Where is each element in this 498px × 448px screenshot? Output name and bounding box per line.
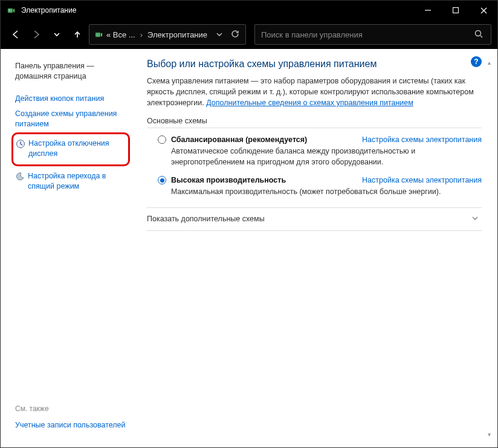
refresh-button[interactable] (228, 30, 242, 40)
sidebar-item-label: Настройка отключения дисплея (28, 138, 124, 159)
search-box[interactable] (254, 24, 491, 45)
moon-icon (15, 172, 25, 181)
power-options-icon (93, 29, 104, 40)
sidebar: Панель управления — домашняя страница Де… (15, 57, 130, 439)
history-dropdown[interactable] (48, 25, 66, 44)
svg-point-7 (476, 30, 481, 36)
sidebar-link-sleep[interactable]: Настройка перехода в спящий режим (15, 169, 130, 194)
toggle-label: Показать дополнительные схемы (147, 215, 265, 223)
svg-rect-6 (95, 33, 100, 37)
power-options-icon (5, 5, 16, 16)
scroll-up-icon[interactable]: ▴ (484, 57, 494, 67)
plan-description: Максимальная производительность (может п… (171, 187, 482, 198)
address-bar[interactable]: « Все ... › Электропитание (89, 24, 246, 45)
back-button[interactable] (7, 25, 25, 44)
radio-balanced[interactable] (158, 135, 166, 144)
plan-description: Автоматическое соблюдение баланса между … (171, 146, 482, 167)
main-panel: Выбор или настройка схемы управления пит… (130, 57, 484, 439)
up-button[interactable] (68, 25, 86, 44)
svg-point-1 (9, 10, 10, 11)
plan-settings-link[interactable]: Настройка схемы электропитания (362, 135, 482, 144)
plan-name[interactable]: Высокая производительность (171, 176, 286, 184)
sidebar-home-link[interactable]: Панель управления — домашняя страница (15, 59, 130, 84)
power-plan-high-performance: Высокая производительность Настройка схе… (147, 175, 482, 205)
plan-settings-link[interactable]: Настройка схемы электропитания (362, 176, 482, 184)
sidebar-link-user-accounts[interactable]: Учетные записи пользователей (15, 418, 130, 433)
svg-rect-3 (453, 8, 459, 13)
plan-name[interactable]: Сбалансированная (рекомендуется) (171, 135, 307, 144)
svg-line-8 (480, 36, 482, 37)
close-button[interactable] (470, 1, 497, 20)
sidebar-link-display-off[interactable]: Настройка отключения дисплея (16, 136, 124, 161)
highlighted-callout: Настройка отключения дисплея (11, 132, 130, 166)
titlebar: Электропитание (1, 1, 497, 20)
radio-high-performance[interactable] (158, 176, 166, 184)
breadcrumb-segment-all[interactable]: « Все ... (106, 30, 135, 39)
page-description: Схема управления питанием — это набор па… (147, 76, 482, 108)
minimize-button[interactable] (414, 1, 442, 20)
clock-icon (16, 139, 25, 149)
page-title: Выбор или настройка схемы управления пит… (147, 59, 482, 70)
search-input[interactable] (261, 30, 473, 39)
sidebar-item-label: Настройка перехода в спящий режим (28, 171, 130, 192)
maximize-button[interactable] (442, 1, 470, 20)
scroll-down-icon[interactable]: ▾ (484, 429, 494, 439)
vertical-scrollbar[interactable]: ▴ ▾ (484, 57, 494, 439)
see-also-label: См. также (15, 404, 130, 413)
show-additional-plans[interactable]: Показать дополнительные схемы (147, 207, 482, 231)
forward-button[interactable] (27, 25, 45, 44)
sidebar-link-power-buttons[interactable]: Действия кнопок питания (15, 91, 130, 106)
power-plan-balanced: Сбалансированная (рекомендуется) Настрой… (147, 134, 482, 175)
sidebar-link-create-plan[interactable]: Создание схемы управления питанием (15, 106, 130, 132)
breadcrumb-segment-current[interactable]: Электропитание (147, 30, 207, 39)
navigation-bar: « Все ... › Электропитание (1, 20, 497, 49)
basic-plans-label: Основные схемы (147, 117, 482, 125)
help-icon[interactable]: ? (471, 56, 482, 67)
svg-rect-0 (8, 8, 13, 13)
separator (147, 128, 482, 128)
chevron-down-icon (471, 214, 479, 224)
content-area: ? Панель управления — домашняя страница … (1, 49, 497, 447)
chevron-right-icon: › (140, 30, 143, 39)
window-title: Электропитание (21, 6, 414, 15)
description-link[interactable]: Дополнительные сведения о схемах управле… (206, 99, 413, 107)
address-dropdown[interactable] (213, 30, 226, 39)
search-icon[interactable] (473, 30, 485, 40)
